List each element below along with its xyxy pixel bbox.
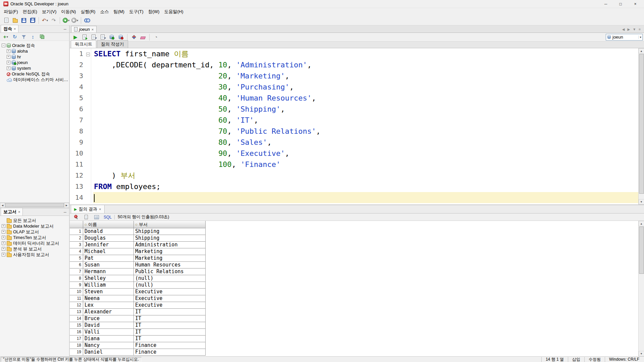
- add-connection-button[interactable]: +▾: [2, 33, 10, 41]
- refresh-button[interactable]: ↻: [11, 33, 19, 41]
- table-cell[interactable]: Hermann: [83, 268, 134, 275]
- table-cell[interactable]: IT: [134, 309, 206, 315]
- tree-item[interactable]: 데이터베이스 스키마 서비스 접속: [0, 77, 69, 82]
- insert-mode-indicator[interactable]: 삽입: [568, 357, 584, 362]
- table-cell[interactable]: David: [83, 322, 134, 328]
- table-cell[interactable]: Finance: [134, 349, 206, 355]
- back-button[interactable]: ▾: [62, 16, 70, 24]
- scroll-down-icon[interactable]: ▼: [639, 351, 644, 356]
- tree-item[interactable]: +aloha: [0, 48, 69, 54]
- fold-collapse-icon[interactable]: −: [85, 48, 91, 59]
- scroll-right-icon[interactable]: ▶: [64, 203, 69, 208]
- sort-button[interactable]: ↕: [29, 33, 37, 41]
- table-cell[interactable]: Administration: [134, 242, 206, 248]
- scrollbar-thumb[interactable]: [639, 54, 644, 194]
- expand-icon[interactable]: +: [2, 224, 5, 228]
- expand-icon[interactable]: +: [7, 49, 10, 53]
- table-row[interactable]: 17DianaIT: [70, 336, 206, 342]
- table-cell[interactable]: Shelley: [83, 275, 134, 282]
- maximize-button[interactable]: □: [613, 0, 628, 8]
- table-row[interactable]: 5PatMarketing: [70, 255, 206, 262]
- forward-button[interactable]: ▾: [71, 16, 79, 24]
- minimize-button[interactable]: ─: [598, 0, 613, 8]
- tree-item[interactable]: +hr: [0, 54, 69, 60]
- menu-item[interactable]: 실행(R): [78, 8, 98, 15]
- table-cell[interactable]: Neena: [83, 295, 134, 302]
- tree-item[interactable]: Oracle NoSQL 접속: [0, 71, 69, 77]
- table-cell[interactable]: Jennifer: [83, 242, 134, 248]
- table-cell[interactable]: Marketing: [134, 248, 206, 255]
- tree-item[interactable]: +Data Modeler 보고서: [0, 223, 69, 229]
- menu-item[interactable]: 파일(F): [1, 8, 20, 15]
- redo-button[interactable]: ↷: [50, 16, 58, 24]
- tab-query-builder[interactable]: 질의 작성기: [97, 40, 128, 48]
- scroll-up-icon[interactable]: ▲: [639, 221, 644, 226]
- task-progress-button[interactable]: ◔: [152, 33, 160, 41]
- code-editor[interactable]: 1−SELECT first_name 이름2 ,DECODE( departm…: [70, 48, 638, 204]
- close-icon[interactable]: ×: [99, 207, 101, 211]
- close-icon[interactable]: ×: [14, 27, 16, 31]
- close-icon[interactable]: ×: [18, 210, 20, 214]
- table-row[interactable]: 4MichaelMarketing: [70, 248, 206, 255]
- table-cell[interactable]: Lex: [83, 302, 134, 308]
- menu-item[interactable]: 도구(T): [127, 8, 146, 15]
- save-button[interactable]: [20, 16, 28, 24]
- code-line[interactable]: 4 30, 'Purchasing',: [70, 81, 638, 93]
- table-cell[interactable]: Steven: [83, 289, 134, 295]
- table-row[interactable]: 15DavidIT: [70, 322, 206, 329]
- menu-item[interactable]: 창(W): [146, 8, 162, 15]
- table-cell[interactable]: Michael: [83, 248, 134, 255]
- table-cell[interactable]: IT: [134, 322, 206, 328]
- close-button[interactable]: ×: [628, 0, 643, 8]
- rollback-button[interactable]: [117, 33, 125, 41]
- connection-selector[interactable]: joeun ▾: [606, 34, 643, 41]
- column-header[interactable]: ◇이름: [83, 221, 134, 228]
- table-cell[interactable]: Donald: [83, 228, 134, 235]
- table-row[interactable]: 16ValliIT: [70, 329, 206, 336]
- expand-icon[interactable]: +: [2, 230, 5, 234]
- menu-item[interactable]: 보기(V): [40, 8, 59, 15]
- table-row[interactable]: 12LexExecutive: [70, 302, 206, 309]
- menu-item[interactable]: 팀(M): [111, 8, 127, 15]
- commit-button[interactable]: [108, 33, 116, 41]
- table-row[interactable]: 18NancyFinance: [70, 342, 206, 349]
- table-cell[interactable]: Executive: [134, 302, 206, 308]
- table-row[interactable]: 3JenniferAdministration: [70, 242, 206, 248]
- table-row[interactable]: 2DouglasShipping: [70, 235, 206, 242]
- expand-icon[interactable]: +: [2, 241, 5, 245]
- tree-item[interactable]: +joeun: [0, 60, 69, 65]
- table-row[interactable]: 6SusanHuman Resources: [70, 262, 206, 268]
- export-button[interactable]: [82, 213, 90, 221]
- search-button[interactable]: [83, 16, 91, 24]
- collapse-all-button[interactable]: [38, 33, 46, 41]
- table-row[interactable]: 11NeenaExecutive: [70, 295, 206, 302]
- table-cell[interactable]: Marketing: [134, 255, 206, 261]
- table-cell[interactable]: Executive: [134, 295, 206, 302]
- table-cell[interactable]: Douglas: [83, 235, 134, 241]
- collapse-icon[interactable]: −: [2, 44, 5, 47]
- save-all-button[interactable]: [29, 16, 37, 24]
- expand-icon[interactable]: +: [2, 236, 5, 239]
- table-cell[interactable]: IT: [134, 315, 206, 322]
- tree-item[interactable]: +system: [0, 65, 69, 71]
- code-line[interactable]: 13FROM employees;: [70, 181, 638, 192]
- table-cell[interactable]: (null): [134, 275, 206, 282]
- explain-plan-button[interactable]: [99, 33, 107, 41]
- code-line[interactable]: 3 20, 'Marketing',: [70, 70, 638, 81]
- connections-hscrollbar[interactable]: ◀ ▶: [0, 202, 69, 207]
- table-cell[interactable]: Susan: [83, 262, 134, 268]
- run-script-button[interactable]: [80, 33, 89, 41]
- table-cell[interactable]: (null): [134, 282, 206, 288]
- tree-item[interactable]: 모든 보고서: [0, 218, 69, 223]
- menu-item[interactable]: 도움말(H): [162, 8, 185, 15]
- tab-worksheet[interactable]: 워크시트: [71, 40, 96, 48]
- filter-button[interactable]: [20, 33, 28, 41]
- tree-item[interactable]: +TimesTen 보고서: [0, 235, 69, 240]
- menu-item[interactable]: 소스: [98, 8, 111, 15]
- menu-item[interactable]: 이동(N): [59, 8, 78, 15]
- table-row[interactable]: 13AlexanderIT: [70, 309, 206, 315]
- scrollbar-thumb[interactable]: [639, 227, 644, 274]
- tab-back-icon[interactable]: ◀: [622, 27, 625, 31]
- connections-tab[interactable]: 접속 ×: [1, 25, 18, 33]
- table-cell[interactable]: Public Relations: [134, 268, 206, 275]
